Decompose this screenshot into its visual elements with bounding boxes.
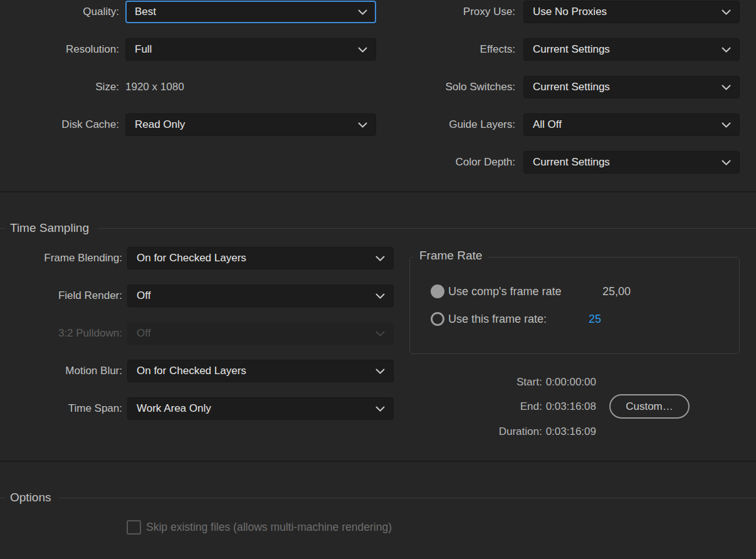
frame-blending-dropdown[interactable]: On for Checked Layers [127,247,394,269]
duration-label: Duration: [499,426,542,437]
options-title: Options [10,491,51,504]
time-span-dropdown[interactable]: Work Area Only [127,397,394,420]
field-render-dropdown[interactable]: Off [127,285,394,307]
size-value: 1920 x 1080 [125,76,184,98]
header-rule-right [59,498,756,498]
options-header: Options [0,489,756,506]
guide-layers-label: Guide Layers: [376,113,515,136]
skip-existing-files-label: Skip existing files (allows multi-machin… [146,520,392,535]
resolution-value: Full [135,43,152,56]
color-depth-dropdown[interactable]: Current Settings [523,151,740,174]
chevron-down-icon [722,47,731,53]
proxy-use-dropdown[interactable]: Use No Proxies [523,1,740,23]
end-label: End: [520,400,542,412]
radio-use-comp-frame-rate[interactable] [431,285,444,298]
render-settings-panel: Quality: Best Resolution: Full Size: 192… [0,0,756,559]
color-depth-label: Color Depth: [376,151,515,174]
time-sampling-header: Time Sampling [0,219,756,237]
header-rule-left [0,498,5,498]
chevron-down-icon [722,85,731,90]
start-label: Start: [517,376,542,388]
custom-button[interactable]: Custom… [609,394,690,419]
guide-layers-value: All Off [533,118,562,131]
time-span-value: Work Area Only [137,402,211,415]
end-time-row: End:0:03:16:08 [520,399,596,414]
frame-blending-label: Frame Blending: [0,247,122,269]
section-divider [0,191,756,192]
comp-frame-rate-value: 25,00 [602,285,631,298]
disk-cache-dropdown[interactable]: Read Only [125,113,376,136]
guide-layers-dropdown[interactable]: All Off [523,113,740,136]
radio-use-this-frame-rate[interactable] [431,312,444,326]
color-depth-value: Current Settings [533,156,610,169]
duration-value: 0:03:16:09 [546,426,596,437]
frame-blending-value: On for Checked Layers [137,252,246,264]
start-time-row: Start:0:00:00:00 [517,375,596,390]
use-comp-frame-rate-label: Use comp's frame rate [448,285,562,298]
resolution-dropdown[interactable]: Full [125,38,376,61]
quality-value: Best [135,6,156,18]
start-value: 0:00:00:00 [546,376,596,388]
chevron-down-icon [375,368,385,374]
solo-switches-dropdown[interactable]: Current Settings [523,76,740,98]
size-label: Size: [0,76,119,98]
chevron-down-icon [375,293,385,299]
chevron-down-icon [358,47,367,53]
effects-dropdown[interactable]: Current Settings [523,38,740,61]
disk-cache-value: Read Only [135,118,185,131]
section-divider [0,461,756,462]
chevron-down-icon [375,256,385,261]
chevron-down-icon [358,9,367,15]
resolution-label: Resolution: [0,38,119,61]
chevron-down-icon [722,9,731,15]
field-render-label: Field Render: [0,285,122,307]
quality-label: Quality: [0,1,119,23]
effects-label: Effects: [376,38,515,61]
frame-rate-group: Frame Rate Use comp's frame rate 25,00 U… [409,257,740,354]
pulldown-value: Off [137,327,150,340]
quality-dropdown[interactable]: Best [125,1,376,23]
skip-existing-files-checkbox [127,520,141,535]
effects-value: Current Settings [533,43,610,56]
end-value: 0:03:16:08 [546,400,596,412]
solo-switches-label: Solo Switches: [376,76,515,98]
field-render-value: Off [137,290,150,302]
proxy-use-label: Proxy Use: [376,1,515,23]
header-rule-left [0,228,5,229]
header-rule-right [97,228,756,229]
pulldown-dropdown: Off [127,322,394,345]
motion-blur-label: Motion Blur: [0,360,122,382]
chevron-down-icon [722,160,731,165]
motion-blur-value: On for Checked Layers [137,365,246,377]
proxy-use-value: Use No Proxies [533,6,607,18]
time-sampling-title: Time Sampling [10,221,89,235]
time-span-label: Time Span: [0,397,122,420]
disk-cache-label: Disk Cache: [0,113,119,136]
chevron-down-icon [375,406,385,412]
custom-frame-rate-value[interactable]: 25 [589,312,601,326]
solo-switches-value: Current Settings [533,81,610,93]
chevron-down-icon [358,122,367,128]
use-this-frame-rate-label: Use this frame rate: [448,312,547,326]
pulldown-label: 3:2 Pulldown: [0,322,122,345]
frame-rate-title: Frame Rate [414,249,488,263]
duration-time-row: Duration:0:03:16:09 [499,424,596,439]
motion-blur-dropdown[interactable]: On for Checked Layers [127,360,394,382]
chevron-down-icon [375,331,385,337]
chevron-down-icon [722,122,731,128]
